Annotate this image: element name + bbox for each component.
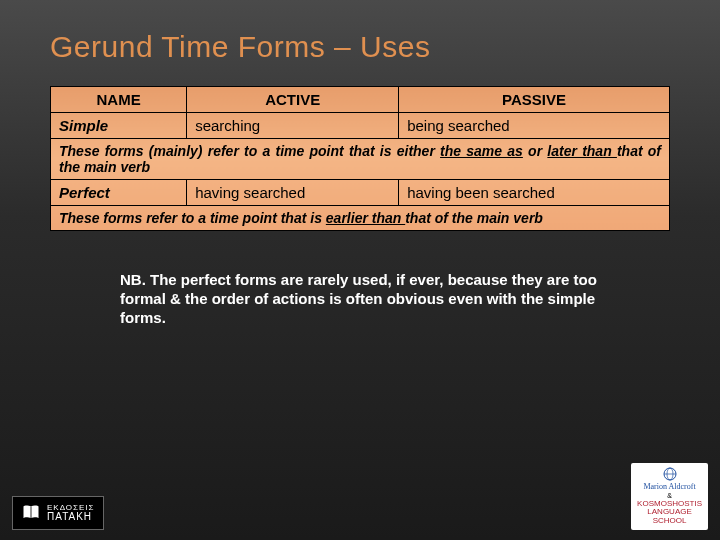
note-simple-text: These forms (mainly) refer to a time poi… [51,139,670,180]
note2-u1: earlier than [326,210,405,226]
note1-u1: the same as [440,143,523,159]
note2-post: that of the main verb [405,210,543,226]
book-icon [21,503,41,523]
header-row: NAME ACTIVE PASSIVE [51,87,670,113]
cell-perfect-name: Perfect [51,180,187,206]
school-top: Marion Aldcroft [637,483,702,492]
page-title: Gerund Time Forms – Uses [50,30,670,64]
cell-perfect-active: having searched [187,180,399,206]
note1-u2: later than [547,143,617,159]
note2-pre: These forms refer to a time point that i… [59,210,326,226]
school-school: SCHOOL [637,517,702,526]
cell-perfect-passive: having been searched [399,180,670,206]
logo-bar: ΕΚΔΟΣΕΙΣ ΠΑΤΑΚΗ Marion Aldcroft & KOSMOS… [12,463,708,530]
nb-note: NB. The perfect forms are rarely used, i… [120,271,600,327]
school-logo: Marion Aldcroft & KOSMOSHOSTIS LANGUAGE … [631,463,708,530]
note1-pre: These forms (mainly) refer to a time poi… [59,143,440,159]
col-name: NAME [51,87,187,113]
cell-simple-passive: being searched [399,113,670,139]
globe-icon [650,467,690,481]
note1-mid: or [523,143,547,159]
publisher-logo: ΕΚΔΟΣΕΙΣ ΠΑΤΑΚΗ [12,496,104,530]
note-perfect: These forms refer to a time point that i… [51,206,670,231]
row-simple: Simple searching being searched [51,113,670,139]
note-simple: These forms (mainly) refer to a time poi… [51,139,670,180]
slide: Gerund Time Forms – Uses NAME ACTIVE PAS… [0,0,720,540]
publisher-big: ΠΑΤΑΚΗ [47,512,95,522]
note-perfect-text: These forms refer to a time point that i… [51,206,670,231]
cell-simple-active: searching [187,113,399,139]
col-passive: PASSIVE [399,87,670,113]
cell-simple-name: Simple [51,113,187,139]
row-perfect: Perfect having searched having been sear… [51,180,670,206]
col-active: ACTIVE [187,87,399,113]
gerund-table: NAME ACTIVE PASSIVE Simple searching bei… [50,86,670,231]
